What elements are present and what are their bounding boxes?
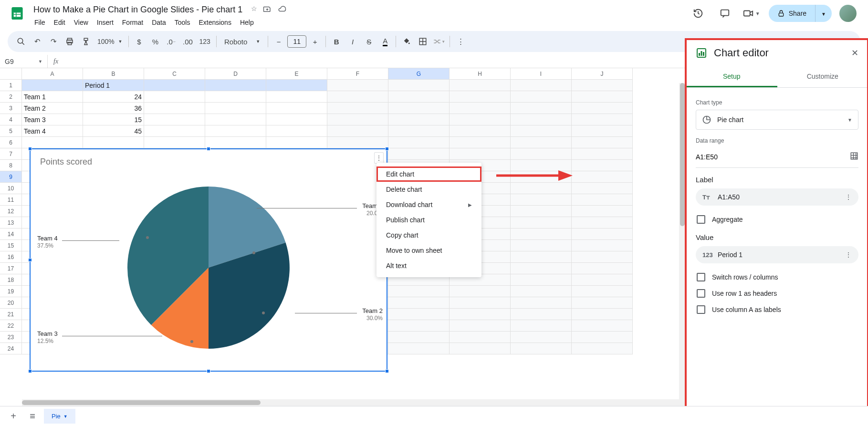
cell-I18[interactable] xyxy=(511,274,572,286)
row-header-21[interactable]: 21 xyxy=(0,309,22,320)
zoom-select[interactable]: 100% ▼ xyxy=(94,34,125,49)
cell-I20[interactable] xyxy=(511,297,572,309)
cell-D3[interactable] xyxy=(205,103,266,114)
cell-H19[interactable] xyxy=(450,286,511,297)
cell-G6[interactable] xyxy=(388,137,450,148)
add-sheet-icon[interactable]: + xyxy=(6,409,21,424)
menu-data[interactable]: Data xyxy=(148,17,170,28)
cell-E2[interactable] xyxy=(266,91,327,103)
cell-J1[interactable] xyxy=(572,80,633,91)
share-dropdown[interactable]: ▼ xyxy=(815,5,832,22)
use-colA-checkbox[interactable] xyxy=(697,305,705,314)
data-range-input[interactable] xyxy=(696,153,850,161)
col-header-C[interactable]: C xyxy=(144,68,205,80)
row-header-22[interactable]: 22 xyxy=(0,320,22,332)
label-chip-more-icon[interactable]: ⋮ xyxy=(845,193,852,201)
cell-G19[interactable] xyxy=(388,286,450,297)
row-header-7[interactable]: 7 xyxy=(0,148,22,160)
cell-H24[interactable] xyxy=(450,343,511,354)
ctx-download-chart[interactable]: Download chart▶ xyxy=(376,197,481,212)
cell-E1[interactable] xyxy=(266,80,327,91)
undo-icon[interactable]: ↶ xyxy=(30,34,45,49)
cell-G4[interactable] xyxy=(388,114,450,125)
row-header-8[interactable]: 8 xyxy=(0,160,22,171)
cell-H20[interactable] xyxy=(450,297,511,309)
ctx-edit-chart[interactable]: Edit chart xyxy=(376,166,481,182)
cell-G20[interactable] xyxy=(388,297,450,309)
col-header-J[interactable]: J xyxy=(572,68,633,80)
cell-F2[interactable] xyxy=(327,91,388,103)
row-header-4[interactable]: 4 xyxy=(0,114,22,125)
cell-J5[interactable] xyxy=(572,125,633,137)
account-avatar[interactable] xyxy=(839,5,857,22)
row-header-14[interactable]: 14 xyxy=(0,229,22,240)
fontsize-decrease[interactable]: − xyxy=(271,34,286,49)
cell-H23[interactable] xyxy=(450,332,511,343)
cell-H22[interactable] xyxy=(450,320,511,332)
cell-G1[interactable] xyxy=(388,80,450,91)
cell-H4[interactable] xyxy=(450,114,511,125)
cell-H2[interactable] xyxy=(450,91,511,103)
row-header-12[interactable]: 12 xyxy=(0,206,22,217)
row-header-23[interactable]: 23 xyxy=(0,332,22,343)
tab-setup[interactable]: Setup xyxy=(686,67,777,87)
col-header-E[interactable]: E xyxy=(266,68,327,80)
ctx-delete-chart[interactable]: Delete chart xyxy=(376,182,481,197)
aggregate-checkbox[interactable] xyxy=(697,215,705,224)
cell-I16[interactable] xyxy=(511,251,572,263)
select-range-icon[interactable] xyxy=(850,152,858,162)
ctx-move-own-sheet[interactable]: Move to own sheet xyxy=(376,243,481,258)
row-header-16[interactable]: 16 xyxy=(0,251,22,263)
chart-menu-button[interactable]: ⋮ xyxy=(374,152,384,164)
cell-B6[interactable] xyxy=(83,137,144,148)
col-header-I[interactable]: I xyxy=(511,68,572,80)
cell-G3[interactable] xyxy=(388,103,450,114)
cell-D4[interactable] xyxy=(205,114,266,125)
cell-A4[interactable]: Team 3 xyxy=(22,114,83,125)
cell-D2[interactable] xyxy=(205,91,266,103)
cell-E4[interactable] xyxy=(266,114,327,125)
ctx-copy-chart[interactable]: Copy chart xyxy=(376,228,481,243)
menu-extensions[interactable]: Extensions xyxy=(195,17,235,28)
star-icon[interactable]: ☆ xyxy=(251,5,257,15)
cell-H7[interactable] xyxy=(450,148,511,160)
row-header-9[interactable]: 9 xyxy=(0,171,22,183)
cell-A5[interactable]: Team 4 xyxy=(22,125,83,137)
cell-J2[interactable] xyxy=(572,91,633,103)
cell-J10[interactable] xyxy=(572,183,633,194)
cell-B5[interactable]: 45 xyxy=(83,125,144,137)
cell-A2[interactable]: Team 1 xyxy=(22,91,83,103)
cell-J16[interactable] xyxy=(572,251,633,263)
label-chip[interactable]: Tᴛ A1:A50 ⋮ xyxy=(696,188,858,206)
cell-I19[interactable] xyxy=(511,286,572,297)
cell-C2[interactable] xyxy=(144,91,205,103)
row-header-10[interactable]: 10 xyxy=(0,183,22,194)
cell-I23[interactable] xyxy=(511,332,572,343)
cell-B3[interactable]: 36 xyxy=(83,103,144,114)
cell-I4[interactable] xyxy=(511,114,572,125)
menu-help[interactable]: Help xyxy=(236,17,258,28)
bold-icon[interactable]: B xyxy=(329,34,344,49)
cell-J4[interactable] xyxy=(572,114,633,125)
row-header-6[interactable]: 6 xyxy=(0,137,22,148)
cell-J13[interactable] xyxy=(572,217,633,229)
row-header-13[interactable]: 13 xyxy=(0,217,22,229)
menu-edit[interactable]: Edit xyxy=(50,17,69,28)
cell-C5[interactable] xyxy=(144,125,205,137)
cell-G22[interactable] xyxy=(388,320,450,332)
cell-J23[interactable] xyxy=(572,332,633,343)
cell-H5[interactable] xyxy=(450,125,511,137)
strike-icon[interactable]: S xyxy=(361,34,376,49)
fontsize-increase[interactable]: + xyxy=(307,34,323,49)
cell-F5[interactable] xyxy=(327,125,388,137)
font-select[interactable]: Roboto▼ xyxy=(220,34,265,49)
search-menus-icon[interactable] xyxy=(13,34,29,49)
chart-object[interactable]: ⋮ Points scored Team 120.0% xyxy=(30,148,387,372)
name-box[interactable]: G9▼ xyxy=(0,55,48,68)
chart-type-select[interactable]: Pie chart▼ xyxy=(696,110,858,130)
paint-format-icon[interactable] xyxy=(78,34,94,49)
cell-H6[interactable] xyxy=(450,137,511,148)
cell-F1[interactable] xyxy=(327,80,388,91)
comments-icon[interactable] xyxy=(715,4,734,23)
cell-D6[interactable] xyxy=(205,137,266,148)
